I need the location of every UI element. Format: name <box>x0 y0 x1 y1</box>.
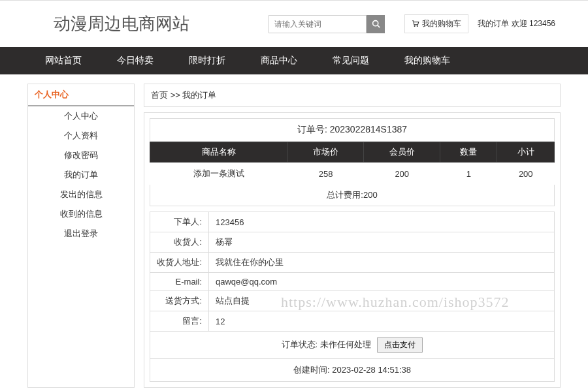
col-name: 商品名称 <box>150 142 288 163</box>
time-value: 2023-02-28 14:51:38 <box>332 365 411 375</box>
username: 123456 <box>529 19 555 28</box>
info-label: 下单人: <box>150 212 209 232</box>
status-label: 订单状态: <box>282 339 318 349</box>
pay-button[interactable]: 点击支付 <box>377 337 423 353</box>
nav-home[interactable]: 网站首页 <box>27 47 99 74</box>
orders-link[interactable]: 我的订单 <box>478 19 509 28</box>
sidebar-item-received[interactable]: 收到的信息 <box>28 204 134 224</box>
order-box: 订单号: 2023022814S1387 商品名称 市场价 会员价 数量 小计 … <box>144 112 561 388</box>
info-value: 杨幂 <box>209 232 555 253</box>
time-row: 创建时间: 2023-02-28 14:51:38 <box>150 359 555 382</box>
svg-point-2 <box>414 25 416 27</box>
breadcrumb-sep: >> <box>171 90 180 100</box>
user-info: 我的订单 欢迎 123456 <box>478 18 555 29</box>
breadcrumb: 首页 >> 我的订单 <box>144 84 561 107</box>
cell-member: 200 <box>364 163 440 185</box>
info-value: 我就住在你的心里 <box>209 253 555 273</box>
nav-today[interactable]: 今日特卖 <box>99 47 171 74</box>
info-label: E-mail: <box>150 273 209 291</box>
order-number: 订单号: 2023022814S1387 <box>150 118 555 142</box>
search-input[interactable] <box>269 15 367 33</box>
status-row: 订单状态: 未作任何处理 点击支付 <box>150 332 555 359</box>
nav-cart[interactable]: 我的购物车 <box>387 47 468 74</box>
cell-qty: 1 <box>440 163 497 185</box>
svg-point-0 <box>372 21 378 26</box>
search-icon <box>372 20 380 28</box>
nav-products[interactable]: 商品中心 <box>243 47 315 74</box>
sidebar: 个人中心 个人中心 个人资料 修改密码 我的订单 发出的信息 收到的信息 退出登… <box>27 84 135 388</box>
info-value: 123456 <box>209 212 555 232</box>
sidebar-item-sent[interactable]: 发出的信息 <box>28 185 134 204</box>
col-market: 市场价 <box>287 142 364 163</box>
svg-point-3 <box>417 25 418 27</box>
cell-subtotal: 200 <box>497 163 555 185</box>
cart-link[interactable]: 我的购物车 <box>404 14 468 33</box>
search-button[interactable] <box>367 15 385 33</box>
total-row: 总计费用:200 <box>150 185 555 206</box>
sidebar-item-password[interactable]: 修改密码 <box>28 146 134 165</box>
info-label: 收货人: <box>150 232 209 253</box>
time-label: 创建时间: <box>293 365 330 375</box>
col-qty: 数量 <box>440 142 497 163</box>
sidebar-item-logout[interactable]: 退出登录 <box>28 224 134 243</box>
col-subtotal: 小计 <box>497 142 555 163</box>
sidebar-item-orders[interactable]: 我的订单 <box>28 165 134 185</box>
table-row: 添加一条测试 258 200 1 200 <box>150 163 555 185</box>
breadcrumb-home[interactable]: 首页 <box>151 90 168 100</box>
site-title: 动漫周边电商网站 <box>54 12 269 35</box>
col-member: 会员价 <box>364 142 440 163</box>
cart-icon <box>412 20 419 27</box>
info-label: 送货方式: <box>150 291 209 311</box>
order-items-table: 商品名称 市场价 会员价 数量 小计 添加一条测试 258 200 1 200 <box>150 142 555 185</box>
search-box <box>269 15 385 33</box>
status-value: 未作任何处理 <box>320 339 371 349</box>
sidebar-title: 个人中心 <box>28 84 134 106</box>
main-nav: 网站首页 今日特卖 限时打折 商品中心 常见问题 我的购物车 <box>0 47 588 74</box>
info-value: qawqe@qq.com <box>209 273 555 291</box>
info-label: 留言: <box>150 311 209 332</box>
cell-market: 258 <box>287 163 364 185</box>
cart-label: 我的购物车 <box>422 18 461 29</box>
info-label: 收货人地址: <box>150 253 209 273</box>
sidebar-item-center[interactable]: 个人中心 <box>28 106 134 126</box>
nav-discount[interactable]: 限时打折 <box>171 47 243 74</box>
welcome-text: 欢迎 <box>512 19 527 28</box>
svg-line-1 <box>378 25 380 27</box>
sidebar-item-profile[interactable]: 个人资料 <box>28 126 134 146</box>
nav-faq[interactable]: 常见问题 <box>315 47 387 74</box>
order-info-table: 下单人:123456 收货人:杨幂 收货人地址:我就住在你的心里 E-mail:… <box>150 211 555 332</box>
info-value: 站点自提 <box>209 291 555 311</box>
info-value: 12 <box>209 311 555 332</box>
cell-name: 添加一条测试 <box>150 163 288 185</box>
breadcrumb-current: 我的订单 <box>182 90 216 100</box>
